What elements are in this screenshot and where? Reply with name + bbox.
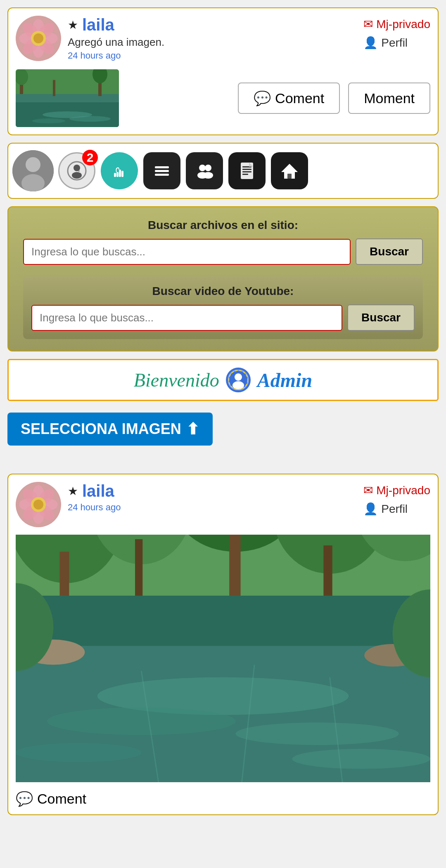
svg-rect-46 xyxy=(242,174,248,175)
river-scene-large xyxy=(16,535,430,782)
svg-point-51 xyxy=(235,373,242,381)
svg-point-24 xyxy=(26,157,40,172)
svg-point-80 xyxy=(16,743,141,762)
svg-point-41 xyxy=(203,172,213,179)
post-card-bottom: ★ laila 24 hours ago ✉ Mj-privado 👤 Perf… xyxy=(7,474,439,815)
svg-rect-32 xyxy=(119,170,121,177)
post-user-col-bottom: ★ laila 24 hours ago xyxy=(68,482,357,513)
envelope-icon-top: ✉ xyxy=(363,17,373,31)
svg-point-39 xyxy=(205,165,211,171)
post-links-bottom: ✉ Mj-privado 👤 Perfil xyxy=(363,482,430,516)
post-links-top: ✉ Mj-privado 👤 Perfil xyxy=(363,16,430,50)
circle-icon-gesture xyxy=(101,152,138,189)
post-time-top: 24 hours ago xyxy=(68,50,357,61)
search-files-block: Buscar archivos en el sitio: Buscar xyxy=(23,219,423,265)
svg-point-78 xyxy=(47,708,235,735)
moment-button-top[interactable]: Moment xyxy=(348,83,430,114)
svg-rect-36 xyxy=(155,170,169,172)
svg-rect-45 xyxy=(242,171,251,172)
post-action-text-top: Agregó una imagen. xyxy=(68,36,357,49)
search-files-label: Buscar archivos en el sitio: xyxy=(23,219,423,232)
upload-icon: ⬆ xyxy=(186,420,199,438)
svg-text:≡: ≡ xyxy=(78,169,80,173)
search-section: Buscar archivos en el sitio: Buscar Busc… xyxy=(7,206,439,351)
svg-point-25 xyxy=(21,174,45,191)
post-username-row-top: ★ laila xyxy=(68,16,357,34)
svg-point-79 xyxy=(235,722,399,745)
speech-bubble-icon-coment: 💬 xyxy=(254,90,271,106)
post-header-bottom: ★ laila 24 hours ago ✉ Mj-privado 👤 Perf… xyxy=(16,482,430,527)
svg-rect-44 xyxy=(242,169,251,170)
nav-home-btn[interactable] xyxy=(270,151,309,191)
welcome-text: Bienvenido xyxy=(134,369,219,391)
username-top[interactable]: laila xyxy=(82,16,114,34)
spacer1 xyxy=(0,446,446,462)
perfil-link-top[interactable]: 👤 Perfil xyxy=(363,36,408,50)
post-content-top: 💬 Coment Moment xyxy=(16,69,430,127)
nav-group-btn[interactable] xyxy=(185,151,224,191)
nav-notifications-btn[interactable]: ≡ 2 xyxy=(57,151,96,191)
username-bottom[interactable]: laila xyxy=(82,482,114,500)
svg-point-21 xyxy=(32,118,65,123)
svg-rect-34 xyxy=(114,173,116,177)
nav-bar: ≡ 2 xyxy=(7,143,439,199)
svg-point-28 xyxy=(72,172,82,179)
search-youtube-btn[interactable]: Buscar xyxy=(347,304,415,331)
svg-rect-37 xyxy=(155,174,169,176)
avatar-top xyxy=(16,16,61,61)
post-header-top: ★ laila Agregó una imagen. 24 hours ago … xyxy=(16,16,430,61)
coment-label-bottom: Coment xyxy=(37,791,86,807)
nav-gesture-btn[interactable] xyxy=(100,151,139,191)
nav-document-btn[interactable] xyxy=(227,151,266,191)
svg-point-81 xyxy=(292,749,430,769)
post-card-top: ★ laila Agregó una imagen. 24 hours ago … xyxy=(7,7,439,135)
svg-rect-49 xyxy=(287,174,292,179)
welcome-bar: Bienvenido Admin xyxy=(7,359,439,401)
post-time-bottom: 24 hours ago xyxy=(68,502,357,513)
svg-rect-33 xyxy=(121,171,123,177)
user-icon-top: 👤 xyxy=(363,36,378,50)
rounded-icon-group xyxy=(186,152,223,189)
user-icon-bottom: 👤 xyxy=(363,502,378,516)
svg-point-38 xyxy=(199,165,206,171)
coment-footer-bottom[interactable]: 💬 Coment xyxy=(16,790,430,807)
notification-badge: 2 xyxy=(82,150,98,165)
post-user-info-top: ★ laila Agregó una imagen. 24 hours ago xyxy=(68,16,357,61)
search-youtube-input[interactable] xyxy=(31,305,342,331)
rounded-icon-menu xyxy=(143,152,180,189)
nav-avatar xyxy=(12,150,54,191)
search-youtube-label: Buscar video de Youtube: xyxy=(31,285,415,298)
svg-rect-35 xyxy=(155,166,169,168)
search-files-input[interactable] xyxy=(23,239,351,265)
mj-privado-link-bottom[interactable]: ✉ Mj-privado xyxy=(363,484,430,497)
svg-point-64 xyxy=(33,500,43,509)
star-icon-bottom: ★ xyxy=(68,484,78,498)
search-youtube-row: Buscar xyxy=(31,304,415,331)
rounded-icon-document xyxy=(228,152,266,189)
nav-menu-btn[interactable] xyxy=(142,151,181,191)
rounded-icon-home xyxy=(271,152,308,189)
coment-button-top[interactable]: 💬 Coment xyxy=(238,83,340,114)
select-image-button[interactable]: SELECCIONA IMAGEN ⬆ xyxy=(7,413,213,446)
avatar-bottom xyxy=(16,482,61,527)
admin-icon xyxy=(226,368,251,392)
svg-point-22 xyxy=(69,116,111,122)
svg-rect-31 xyxy=(116,172,119,177)
speech-bubble-icon-bottom: 💬 xyxy=(16,790,33,807)
search-files-btn[interactable]: Buscar xyxy=(356,238,423,265)
perfil-link-bottom[interactable]: 👤 Perfil xyxy=(363,502,408,516)
envelope-icon-bottom: ✉ xyxy=(363,484,373,497)
river-scene-small xyxy=(16,69,119,127)
post-actions-top: 💬 Coment Moment xyxy=(238,83,430,114)
svg-point-10 xyxy=(33,33,43,43)
post-thumb-top xyxy=(16,69,119,127)
select-image-label: SELECCIONA IMAGEN xyxy=(21,420,181,438)
search-files-row: Buscar xyxy=(23,238,423,265)
star-icon-top: ★ xyxy=(68,18,78,32)
mj-privado-link-top[interactable]: ✉ Mj-privado xyxy=(363,17,430,31)
post-username2-row: ★ laila xyxy=(68,482,357,500)
admin-text: Admin xyxy=(257,369,312,392)
search-youtube-block: Buscar video de Youtube: Buscar xyxy=(23,276,423,339)
